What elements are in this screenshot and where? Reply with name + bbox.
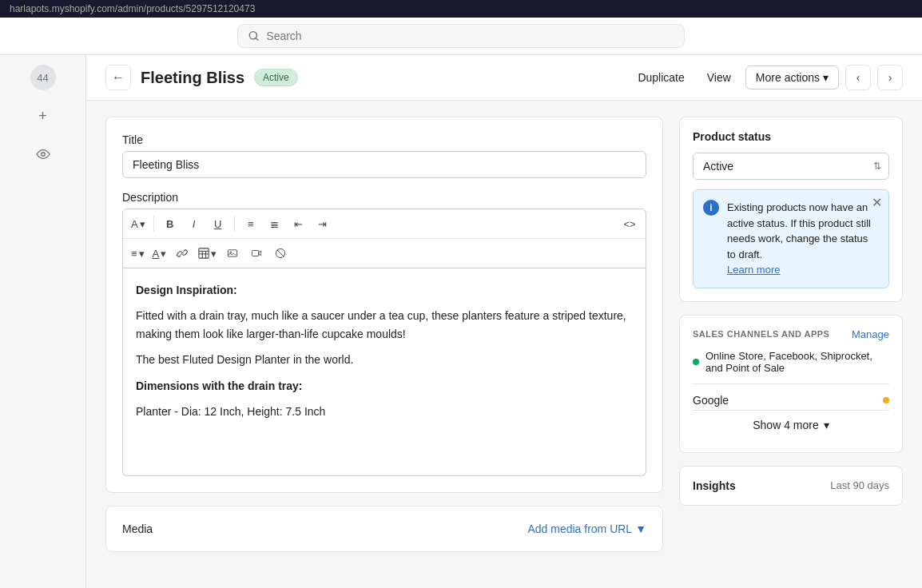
add-media-label: Add media from URL — [527, 522, 632, 535]
title-label: Title — [122, 133, 646, 146]
dimensions-heading: Dimensions with the drain tray: — [136, 379, 302, 392]
back-icon: ← — [112, 70, 125, 85]
show-more-label: Show 4 more — [753, 419, 818, 431]
toolbar-row-1: A ▾ B I U ≡ ≣ — [123, 209, 646, 239]
page-title: Fleeting Bliss — [141, 69, 244, 87]
insights-card: Insights Last 90 days — [679, 466, 903, 506]
close-icon: ✕ — [872, 196, 882, 209]
font-size-dropdown[interactable]: A ▾ — [128, 218, 149, 230]
indent-inc-button[interactable]: ⇥ — [312, 213, 334, 235]
editor-content[interactable]: Design Inspiration: Fitted with a drain … — [122, 268, 646, 476]
insights-title: Insights — [693, 479, 736, 492]
search-box[interactable] — [237, 24, 685, 48]
description-para3: Planter - Dia: 12 Inch, Height: 7.5 Inch — [136, 403, 633, 420]
product-status-title: Product status — [693, 130, 889, 143]
color-dropdown[interactable]: A ▾ — [149, 248, 170, 260]
media-title: Media — [122, 522, 153, 535]
status-select-wrapper: Active Draft Archived — [693, 153, 889, 180]
list-ol-button[interactable]: ≣ — [264, 213, 286, 235]
description-para2: The best Fluted Design Planter in the wo… — [136, 351, 633, 368]
indent-inc-icon: ⇥ — [318, 218, 327, 230]
google-row: Google — [693, 394, 889, 407]
bold-button[interactable]: B — [159, 213, 181, 235]
underline-button[interactable]: U — [207, 213, 229, 235]
font-icon: A — [131, 218, 138, 230]
nav-next-button[interactable]: › — [877, 65, 903, 90]
add-icon-btn[interactable]: + — [30, 103, 56, 129]
add-icon: + — [38, 108, 47, 125]
right-panel: Product status Active Draft Archived i E… — [679, 117, 903, 571]
info-close-button[interactable]: ✕ — [872, 197, 882, 209]
editor-toolbar: A ▾ B I U ≡ ≣ — [122, 209, 646, 268]
table-icon — [198, 248, 209, 259]
video-icon — [251, 248, 262, 259]
main-column: Title Description A ▾ — [105, 117, 663, 571]
sales-channels-title: SALES CHANNELS AND APPS — [693, 329, 829, 339]
code-icon: <> — [623, 218, 635, 230]
separator-1 — [153, 216, 154, 232]
main-layout: 44 + ← Fleeting Bliss Active Duplicate V… — [0, 55, 922, 587]
view-button[interactable]: View — [699, 66, 739, 89]
indent-dec-button[interactable]: ⇤ — [288, 213, 310, 235]
status-select[interactable]: Active Draft Archived — [693, 153, 889, 180]
url-text: harlapots.myshopify.com/admin/products/5… — [10, 3, 255, 14]
more-actions-button[interactable]: More actions ▾ — [745, 66, 839, 89]
separator-2 — [234, 216, 235, 232]
info-message: Existing products now have an active sta… — [727, 201, 871, 260]
svg-point-1 — [41, 153, 45, 157]
svg-rect-9 — [252, 251, 259, 256]
description-para1: Fitted with a drain tray, much like a sa… — [136, 307, 633, 343]
eye-icon-btn[interactable] — [30, 141, 56, 167]
title-input[interactable] — [122, 151, 646, 178]
product-details-card: Title Description A ▾ — [105, 117, 663, 493]
image-button[interactable] — [221, 242, 244, 264]
svg-rect-2 — [199, 248, 209, 258]
show-more-button[interactable]: Show 4 more ▾ — [693, 410, 889, 439]
header-bar — [0, 18, 922, 55]
nav-prev-button[interactable]: ‹ — [845, 65, 871, 90]
link-icon — [177, 248, 188, 259]
product-status-card: Product status Active Draft Archived i E… — [679, 117, 903, 302]
online-store-status-dot — [693, 359, 699, 365]
indent-dec-icon: ⇤ — [294, 218, 303, 230]
italic-icon: I — [193, 218, 196, 230]
table-dropdown[interactable]: ▾ — [195, 248, 220, 260]
info-icon: i — [703, 200, 719, 216]
url-bar: harlapots.myshopify.com/admin/products/5… — [0, 0, 922, 18]
left-sidebar: 44 + — [0, 55, 86, 587]
eye-icon — [36, 147, 50, 161]
manage-link[interactable]: Manage — [852, 328, 889, 340]
show-more-chevron-icon: ▾ — [824, 419, 829, 431]
list-ul-button[interactable]: ≡ — [240, 213, 262, 235]
underline-icon: U — [214, 218, 221, 230]
more-actions-label: More actions — [756, 71, 820, 84]
sales-channels-header: SALES CHANNELS AND APPS Manage — [693, 328, 889, 340]
list-ol-icon: ≣ — [270, 218, 279, 230]
link-button[interactable] — [171, 242, 193, 264]
back-button[interactable]: ← — [105, 65, 131, 90]
page-body: Title Description A ▾ — [86, 101, 922, 587]
info-banner: i Existing products now have an active s… — [693, 189, 889, 288]
google-label: Google — [693, 394, 729, 407]
next-icon: › — [888, 71, 892, 84]
header-actions: Duplicate View More actions ▾ ‹ › — [630, 65, 903, 90]
learn-more-link[interactable]: Learn more — [727, 264, 780, 276]
info-text: Existing products now have an active sta… — [727, 200, 879, 278]
add-media-button[interactable]: Add media from URL ▼ — [527, 522, 646, 535]
search-input[interactable] — [266, 30, 674, 42]
sales-channels-card: SALES CHANNELS AND APPS Manage Online St… — [679, 315, 903, 453]
video-button[interactable] — [245, 242, 268, 264]
media-card: Media Add media from URL ▼ — [105, 506, 663, 552]
code-button[interactable]: <> — [618, 213, 641, 235]
svg-line-11 — [277, 250, 284, 256]
prev-icon: ‹ — [856, 71, 860, 84]
italic-button[interactable]: I — [183, 213, 205, 235]
align-dropdown[interactable]: ≡ ▾ — [128, 248, 148, 260]
block-button[interactable] — [269, 242, 292, 264]
align-icon: ≡ — [131, 248, 137, 260]
table-chevron-icon: ▾ — [211, 248, 217, 260]
align-chevron-icon: ▾ — [139, 248, 145, 260]
duplicate-button[interactable]: Duplicate — [630, 66, 692, 89]
status-badge: Active — [254, 69, 298, 86]
page-header: ← Fleeting Bliss Active Duplicate View M… — [86, 55, 922, 101]
